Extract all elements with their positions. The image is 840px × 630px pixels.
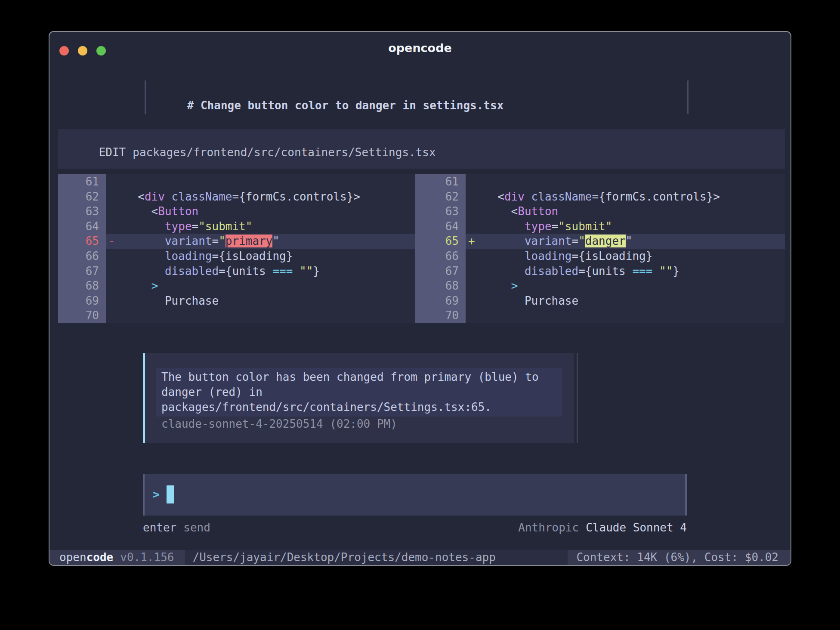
working-directory-label: /Users/jayair/Desktop/Projects/demo-note… bbox=[185, 550, 568, 565]
line-number: 66 bbox=[415, 249, 466, 264]
window-title: opencode bbox=[49, 41, 791, 55]
diff-view: 6162 <div className={formCs.controls}>63… bbox=[58, 174, 785, 323]
diff-row: 64 type="submit" bbox=[58, 219, 415, 234]
code-line: <div className={formCs.controls}> bbox=[106, 189, 415, 204]
diff-row: 63 <Button bbox=[58, 204, 415, 219]
enter-key-label: enter bbox=[143, 521, 176, 534]
model-indicator: AnthropicClaude Sonnet 4 bbox=[518, 520, 687, 535]
opencode-window: opencode # Change button color to danger… bbox=[49, 31, 791, 566]
prompt-header: # Change button color to danger in setti… bbox=[145, 80, 689, 114]
code-line: > bbox=[106, 278, 415, 293]
diff-row: 61 bbox=[415, 174, 785, 189]
code-line bbox=[466, 174, 785, 189]
code-line: disabled={units === ""} bbox=[466, 264, 785, 279]
diff-row: 63 <Button bbox=[415, 204, 785, 219]
line-number: 68 bbox=[58, 278, 106, 293]
context-cost-label: Context: 14K (6%), Cost: $0.02 bbox=[568, 550, 791, 565]
code-line: <Button bbox=[106, 204, 415, 219]
diff-row: 70 bbox=[58, 308, 415, 323]
edit-file-path: packages/frontend/src/containers/Setting… bbox=[133, 146, 435, 159]
code-line: <div className={formCs.controls}> bbox=[466, 189, 785, 204]
user-prompt-title: # Change button color to danger in setti… bbox=[187, 99, 504, 112]
line-number: 68 bbox=[415, 278, 466, 293]
line-number: 69 bbox=[415, 293, 466, 309]
code-line: disabled={units === ""} bbox=[106, 264, 415, 279]
line-number: 64 bbox=[415, 219, 466, 234]
message-line: The button color has been changed from p… bbox=[161, 370, 562, 385]
diff-marker: + bbox=[468, 234, 475, 249]
message-line: danger (red) in bbox=[161, 385, 562, 400]
code-line bbox=[106, 174, 415, 189]
diff-row: 69 Purchase bbox=[58, 293, 415, 309]
text-cursor bbox=[167, 485, 174, 503]
line-number: 67 bbox=[415, 264, 466, 279]
code-line bbox=[466, 308, 785, 323]
code-line: Purchase bbox=[466, 293, 785, 309]
code-line: > bbox=[466, 278, 785, 293]
diff-row: 68 > bbox=[415, 278, 785, 293]
diff-row: 68 > bbox=[58, 278, 415, 293]
line-number: 62 bbox=[58, 189, 106, 204]
code-line: <Button bbox=[466, 204, 785, 219]
line-number: 65 bbox=[415, 234, 466, 249]
diff-row: 64 type="submit" bbox=[415, 219, 785, 234]
message-right-edge bbox=[577, 353, 578, 443]
send-action-label: send bbox=[183, 521, 210, 534]
code-line bbox=[106, 308, 415, 323]
input-prompt-chevron: > bbox=[153, 486, 160, 503]
line-number: 61 bbox=[415, 174, 466, 189]
send-hint: entersend bbox=[143, 520, 210, 535]
diff-row: 70 bbox=[415, 308, 785, 323]
status-bar: opencodev0.1.156 /Users/jayair/Desktop/P… bbox=[49, 550, 791, 565]
diff-row: 66 loading={isLoading} bbox=[415, 249, 785, 264]
code-line: loading={isLoading} bbox=[466, 249, 785, 264]
app-name-normal: open bbox=[59, 551, 86, 564]
diff-row: 69 Purchase bbox=[415, 293, 785, 309]
code-line: type="submit" bbox=[466, 219, 785, 234]
code-line: Purchase bbox=[106, 293, 415, 309]
diff-marker: - bbox=[108, 234, 115, 249]
app-version-label: v0.1.156 bbox=[120, 551, 174, 564]
diff-row: 66 loading={isLoading} bbox=[58, 249, 415, 264]
line-number: 69 bbox=[58, 293, 106, 309]
line-number: 63 bbox=[58, 204, 106, 219]
line-number: 65 bbox=[58, 234, 106, 249]
edit-action-label: EDIT bbox=[99, 146, 126, 159]
line-number: 62 bbox=[415, 189, 466, 204]
code-line: loading={isLoading} bbox=[106, 249, 415, 264]
diff-row: 65+ variant="danger" bbox=[415, 234, 785, 249]
diff-row: 67 disabled={units === ""} bbox=[58, 264, 415, 279]
model-name-label: Claude Sonnet 4 bbox=[586, 521, 687, 534]
diff-row: 61 bbox=[58, 174, 415, 189]
line-number: 63 bbox=[415, 204, 466, 219]
line-number: 67 bbox=[58, 264, 106, 279]
diff-pane-new: 6162 <div className={formCs.controls}>63… bbox=[415, 174, 785, 323]
edit-tool-panel: EDITpackages/frontend/src/containers/Set… bbox=[58, 129, 785, 169]
line-number: 70 bbox=[415, 308, 466, 323]
diff-row: 67 disabled={units === ""} bbox=[415, 264, 785, 279]
line-number: 64 bbox=[58, 219, 106, 234]
app-name-bold: code bbox=[86, 551, 114, 564]
line-number: 66 bbox=[58, 249, 106, 264]
input-hints-row: entersend AnthropicClaude Sonnet 4 bbox=[143, 520, 687, 535]
diff-row: 65- variant="primary" bbox=[58, 234, 415, 249]
code-line: type="submit" bbox=[106, 219, 415, 234]
code-line: - variant="primary" bbox=[106, 234, 415, 249]
model-timestamp-label: claude-sonnet-4-20250514 (02:00 PM) bbox=[161, 417, 574, 432]
line-number: 61 bbox=[58, 174, 106, 189]
code-line: + variant="danger" bbox=[466, 234, 785, 249]
chat-input[interactable]: > bbox=[143, 474, 687, 516]
app-version-segment: opencodev0.1.156 bbox=[49, 550, 185, 565]
assistant-message: The button color has been changed from p… bbox=[143, 353, 574, 443]
diff-row: 62 <div className={formCs.controls}> bbox=[58, 189, 415, 204]
assistant-paragraph: The button color has been changed from p… bbox=[156, 368, 562, 417]
provider-label: Anthropic bbox=[518, 521, 579, 534]
message-line: packages/frontend/src/containers/Setting… bbox=[161, 400, 562, 415]
diff-pane-old: 6162 <div className={formCs.controls}>63… bbox=[58, 174, 415, 323]
line-number: 70 bbox=[58, 308, 106, 323]
diff-row: 62 <div className={formCs.controls}> bbox=[415, 189, 785, 204]
